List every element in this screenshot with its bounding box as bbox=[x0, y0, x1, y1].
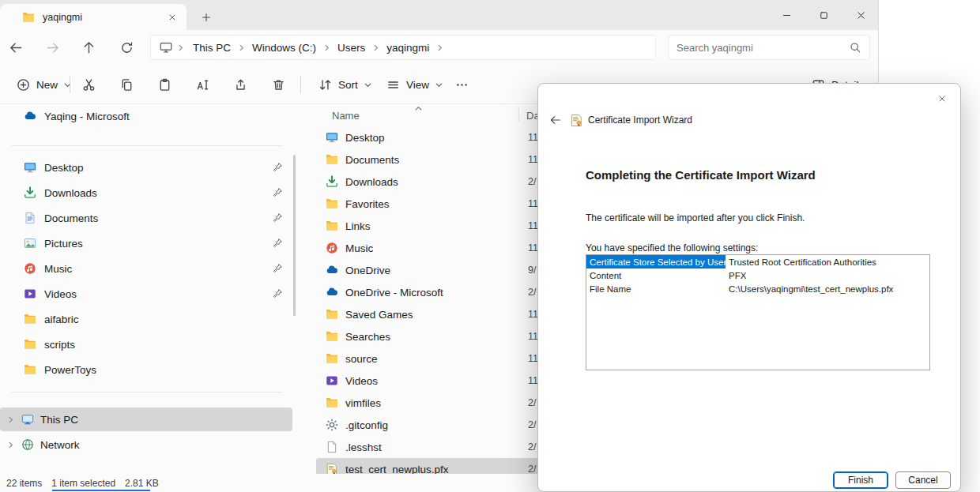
setting-value: C:\Users\yaqingmi\test_cert_newplus.pfx bbox=[726, 282, 929, 295]
chevron-right-icon bbox=[6, 441, 15, 449]
chevron-right-icon bbox=[237, 43, 246, 52]
delete-icon bbox=[271, 77, 286, 92]
tab-bar: yaqingmi bbox=[0, 0, 878, 30]
chevron-down-icon bbox=[63, 81, 72, 89]
column-header-name[interactable]: Name bbox=[332, 110, 360, 122]
sidebar-item-documents[interactable]: Documents bbox=[0, 205, 292, 231]
up-button[interactable] bbox=[74, 33, 103, 62]
desktop-icon bbox=[24, 161, 36, 174]
forward-icon bbox=[45, 40, 60, 55]
file-date-modified: 9/ bbox=[528, 265, 536, 276]
network-icon bbox=[21, 438, 34, 451]
setting-key: Certificate Store Selected by User bbox=[586, 255, 726, 269]
tab-close-button[interactable] bbox=[164, 9, 180, 25]
back-button[interactable] bbox=[2, 33, 30, 62]
file-name: OneDrive - Microsoft bbox=[345, 287, 443, 299]
sidebar-item-onedrive[interactable]: Yaqing - Microsoft bbox=[0, 104, 292, 128]
pin-icon bbox=[272, 288, 283, 299]
pin-icon bbox=[272, 263, 283, 274]
finish-button[interactable]: Finish bbox=[833, 471, 888, 489]
sidebar-item-videos[interactable]: Videos bbox=[0, 281, 292, 306]
sidebar-divider bbox=[11, 392, 283, 392]
forward-button[interactable] bbox=[38, 33, 66, 62]
sidebar-item-scripts[interactable]: scripts bbox=[0, 332, 292, 357]
cancel-button[interactable]: Cancel bbox=[895, 471, 951, 489]
maximize-button[interactable] bbox=[805, 0, 842, 30]
wizard-heading: Completing the Certificate Import Wizard bbox=[586, 168, 816, 182]
desktop-screen: yaqingmi This PCWindows (C:)Usersyaqingm… bbox=[0, 0, 980, 492]
sort-button[interactable]: Sort bbox=[310, 70, 380, 99]
close-button[interactable] bbox=[842, 0, 879, 30]
chevron-right-icon bbox=[322, 43, 331, 52]
file-name: vimfiles bbox=[345, 397, 381, 409]
sidebar-item-network[interactable]: Network bbox=[0, 433, 292, 456]
folder-icon bbox=[326, 308, 338, 321]
share-button[interactable] bbox=[226, 70, 254, 99]
maximize-icon bbox=[818, 9, 830, 21]
certificate-import-wizard-dialog: Certificate Import Wizard Completing the… bbox=[537, 83, 961, 492]
column-divider[interactable] bbox=[518, 108, 519, 122]
sidebar-item-this-pc[interactable]: This PC bbox=[0, 407, 292, 431]
sidebar-item-desktop[interactable]: Desktop bbox=[0, 155, 292, 180]
minimize-button[interactable] bbox=[768, 0, 805, 30]
sidebar-item-aifabric[interactable]: aifabric bbox=[0, 306, 292, 332]
paste-icon bbox=[157, 77, 172, 92]
breadcrumb-item-this-pc[interactable]: This PC bbox=[188, 40, 236, 55]
copy-icon bbox=[119, 77, 134, 92]
folder-icon bbox=[24, 338, 36, 351]
selection-underline bbox=[52, 490, 150, 491]
folder-icon bbox=[326, 153, 338, 166]
paste-button[interactable] bbox=[150, 70, 179, 99]
copy-button[interactable] bbox=[112, 70, 141, 99]
dialog-close-button[interactable] bbox=[930, 88, 954, 109]
setting-key: Content bbox=[586, 269, 726, 282]
monitor-icon bbox=[159, 40, 173, 54]
search-input[interactable] bbox=[677, 42, 842, 54]
breadcrumb-item-windows-c[interactable]: Windows (C:) bbox=[247, 40, 321, 55]
file-name: .gitconfig bbox=[345, 419, 388, 431]
view-button[interactable]: View bbox=[378, 70, 451, 99]
desktop-icon bbox=[326, 131, 338, 144]
setting-row-content[interactable]: ContentPFX bbox=[586, 269, 929, 282]
view-icon bbox=[386, 77, 401, 92]
setting-row-file-name[interactable]: File NameC:\Users\yaqingmi\test_cert_new… bbox=[586, 282, 929, 295]
folder-icon bbox=[326, 197, 338, 210]
sidebar-item-powertoys[interactable]: PowerToys bbox=[0, 357, 292, 382]
cut-button[interactable] bbox=[74, 70, 103, 99]
chevron-right-icon bbox=[176, 43, 185, 52]
toolbar-divider bbox=[300, 76, 301, 93]
minimize-icon bbox=[781, 9, 793, 21]
sidebar-item-downloads[interactable]: Downloads bbox=[0, 180, 292, 205]
toolbar-divider bbox=[70, 76, 70, 93]
up-icon bbox=[81, 40, 96, 55]
sort-icon bbox=[318, 77, 333, 92]
videos-icon bbox=[24, 287, 36, 300]
sidebar-item-pictures[interactable]: Pictures bbox=[0, 231, 292, 256]
more-button[interactable] bbox=[447, 70, 476, 99]
sidebar-item-label: Downloads bbox=[44, 187, 97, 199]
file-date-modified: 2/ bbox=[528, 464, 536, 475]
new-tab-button[interactable] bbox=[196, 7, 217, 28]
file-name: OneDrive bbox=[345, 265, 390, 276]
sidebar-item-music[interactable]: Music bbox=[0, 256, 292, 281]
sidebar-item-label: aifabric bbox=[44, 314, 79, 325]
breadcrumb-item-users[interactable]: Users bbox=[333, 40, 370, 55]
folder-icon bbox=[24, 363, 36, 376]
refresh-icon bbox=[119, 40, 134, 55]
setting-value: Trusted Root Certification Authorities bbox=[726, 255, 929, 269]
sidebar-scrollbar[interactable] bbox=[293, 155, 296, 316]
close-icon bbox=[168, 13, 177, 22]
sidebar-item-label: Yaqing - Microsoft bbox=[44, 111, 130, 122]
documents-icon bbox=[24, 212, 36, 224]
explorer-tab[interactable]: yaqingmi bbox=[0, 4, 187, 30]
folder-icon bbox=[24, 313, 36, 325]
refresh-button[interactable] bbox=[112, 33, 141, 62]
wizard-back-button[interactable] bbox=[546, 111, 565, 130]
selection-count: 1 item selected bbox=[51, 478, 115, 489]
music-icon bbox=[326, 242, 338, 254]
wizard-body-line-1: The certificate will be imported after y… bbox=[586, 212, 805, 223]
setting-row-certificate-store-selected-by-user[interactable]: Certificate Store Selected by UserTruste… bbox=[586, 255, 929, 269]
breadcrumb-item-yaqingmi[interactable]: yaqingmi bbox=[382, 40, 434, 55]
delete-button[interactable] bbox=[264, 70, 292, 99]
rename-button[interactable] bbox=[188, 70, 217, 99]
